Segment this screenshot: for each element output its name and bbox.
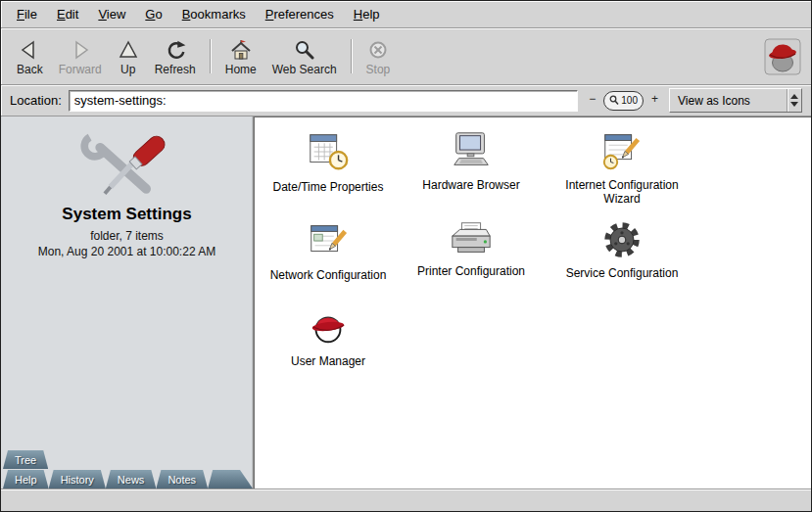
up-label: Up <box>120 63 135 76</box>
menu-file[interactable]: File <box>7 3 47 25</box>
sidebar-tab-news[interactable]: News <box>106 470 157 489</box>
desktop-icon-internet-configuration-wizard[interactable]: Internet Configuration Wizard <box>543 130 701 220</box>
web-search-label: Web Search <box>272 63 337 76</box>
sidebar: System Settings folder, 7 items Mon, Aug… <box>1 116 254 489</box>
magnifier-icon <box>609 95 619 106</box>
refresh-icon <box>165 38 186 60</box>
desktop-icon-printer-configuration[interactable]: Printer Configuration <box>400 220 543 304</box>
sidebar-folder-info: folder, 7 items <box>90 229 164 243</box>
sidebar-tab-notes[interactable]: Notes <box>156 470 208 489</box>
menu-help[interactable]: Help <box>344 3 390 25</box>
refresh-button[interactable]: Refresh <box>147 31 204 81</box>
icon-label: Network Configuration <box>270 268 387 282</box>
tree-tab-row: Tree <box>1 449 253 469</box>
sidebar-date: Mon, Aug 20 2001 at 10:00:22 AM <box>38 245 215 258</box>
icon-label: Printer Configuration <box>417 264 525 278</box>
crossed-tools-icon <box>80 130 174 201</box>
zoom-in-button[interactable]: + <box>647 93 662 108</box>
menu-go[interactable]: Go <box>135 3 171 25</box>
sidebar-tab-tree[interactable]: Tree <box>3 450 48 469</box>
sidebar-tab-history[interactable]: History <box>49 470 106 489</box>
network-config-icon <box>306 220 351 265</box>
toolbar: Back Forward Up Refresh Home <box>1 28 811 85</box>
spinner-down-icon <box>790 102 798 107</box>
icon-label: Internet Configuration Wizard <box>553 178 691 206</box>
location-bar: Location: − 100 + View as Icons <box>1 85 811 116</box>
up-button[interactable]: Up <box>110 31 147 81</box>
file-manager-window: File Edit View Go Bookmarks Preferences … <box>0 0 812 512</box>
icon-label: Hardware Browser <box>422 178 519 192</box>
stop-icon <box>367 38 389 60</box>
forward-button[interactable]: Forward <box>51 31 110 81</box>
toolbar-separator <box>351 39 353 73</box>
gear-icon <box>599 220 645 263</box>
location-input[interactable] <box>69 90 579 112</box>
zoom-out-button[interactable]: − <box>585 93 599 108</box>
back-button[interactable]: Back <box>9 31 51 81</box>
redhat-user-icon <box>306 304 351 351</box>
desktop-icon-hardware-browser[interactable]: Hardware Browser <box>400 130 543 220</box>
sidebar-tabs: Tree Help History News Notes <box>1 449 253 489</box>
zoom-level-indicator[interactable]: 100 <box>603 91 644 111</box>
spinner-up-icon <box>790 94 798 99</box>
web-search-button[interactable]: Web Search <box>264 31 345 81</box>
icon-label: Date/Time Properties <box>273 180 384 194</box>
body-area: System Settings folder, 7 items Mon, Aug… <box>1 116 811 489</box>
back-arrow-icon <box>19 38 40 60</box>
desktop-icon-network-configuration[interactable]: Network Configuration <box>257 220 400 304</box>
refresh-label: Refresh <box>155 63 196 76</box>
status-bar <box>1 489 811 511</box>
redhat-throbber-logo <box>764 38 801 75</box>
view-mode-dropdown[interactable]: View as Icons <box>669 88 802 113</box>
computer-icon <box>449 130 494 175</box>
toolbar-separator <box>210 39 212 73</box>
bottom-tab-row: Help History News Notes <box>1 469 253 489</box>
menu-view[interactable]: View <box>88 3 135 25</box>
forward-arrow-icon <box>70 38 91 60</box>
main-panel: Date/Time Properties Hardware Browser <box>254 116 811 489</box>
up-arrow-icon <box>118 38 139 60</box>
home-label: Home <box>225 63 257 76</box>
sidebar-title: System Settings <box>62 205 191 224</box>
stop-button[interactable]: Stop <box>358 31 399 81</box>
sidebar-tab-help[interactable]: Help <box>3 470 49 489</box>
view-mode-spinner[interactable] <box>787 89 801 112</box>
icon-label: Service Configuration <box>566 266 679 280</box>
location-label: Location: <box>10 93 62 108</box>
home-button[interactable]: Home <box>217 31 264 81</box>
internet-config-icon <box>599 130 645 175</box>
tab-filler <box>208 470 253 489</box>
printer-icon <box>449 220 494 261</box>
desktop-icon-user-manager[interactable]: User Manager <box>257 304 400 383</box>
zoom-control: − 100 + <box>585 91 662 111</box>
home-icon <box>230 38 252 60</box>
calendar-clock-icon <box>306 130 351 177</box>
stop-label: Stop <box>366 63 391 76</box>
menu-bookmarks[interactable]: Bookmarks <box>172 3 256 25</box>
desktop-icon-service-configuration[interactable]: Service Configuration <box>543 220 701 304</box>
zoom-level-value: 100 <box>621 95 638 106</box>
icons-grid: Date/Time Properties Hardware Browser <box>255 117 811 383</box>
menu-bar: File Edit View Go Bookmarks Preferences … <box>1 1 811 28</box>
view-mode-value: View as Icons <box>670 89 787 112</box>
menu-preferences[interactable]: Preferences <box>256 3 344 25</box>
menu-edit[interactable]: Edit <box>47 3 88 25</box>
desktop-icon-date-time-properties[interactable]: Date/Time Properties <box>257 130 400 220</box>
search-icon <box>294 38 315 60</box>
back-label: Back <box>17 63 43 76</box>
forward-label: Forward <box>59 63 102 76</box>
icon-label: User Manager <box>291 354 365 368</box>
